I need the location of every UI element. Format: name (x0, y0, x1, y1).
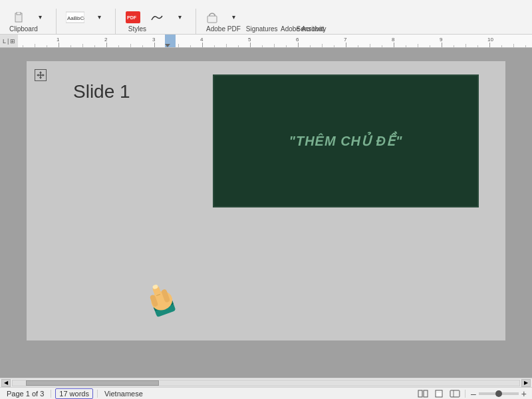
clipboard-group: ▾ (5, 0, 53, 34)
ruler-icon-indent: | (7, 38, 9, 45)
slide-embed-text: "THÊM CHỦ ĐỀ" (289, 133, 402, 149)
scrollbar-h[interactable]: ◀ ▶ (0, 378, 532, 387)
language-label: Vietnamese (102, 390, 146, 398)
zoom-slider-thumb[interactable] (495, 390, 502, 397)
page-info: Page 1 of 3 (4, 390, 47, 398)
ruler-icon-left: L (3, 38, 6, 45)
zoom-slider[interactable] (479, 392, 519, 395)
zoom-bar: – + (469, 388, 528, 399)
sensitivity-dropdown[interactable]: ▾ (224, 5, 243, 29)
ruler-icon-grid: ⊞ (10, 38, 15, 45)
sensitivity-label: Sensitivity (297, 25, 327, 33)
svg-text:PDF: PDF (127, 15, 137, 20)
svg-rect-14 (153, 299, 174, 311)
scrollbar-thumb-h[interactable] (26, 380, 159, 386)
sensitivity-group: ▾ (199, 0, 247, 34)
adobe-pdf-group: PDF ▾ (118, 0, 193, 34)
adobe-dropdown[interactable]: ▾ (170, 5, 189, 29)
svg-rect-16 (152, 285, 165, 306)
svg-line-19 (156, 295, 160, 296)
zoom-plus-btn[interactable]: + (520, 388, 528, 399)
status-bar: Page 1 of 3 17 words Vietnamese – + (0, 387, 532, 399)
ruler-canvas (0, 35, 532, 48)
svg-rect-17 (161, 289, 170, 303)
sep-1 (56, 9, 57, 34)
svg-text:AaBbCc: AaBbCc (67, 15, 84, 21)
ruler-icons: L | ⊞ (0, 35, 18, 47)
status-right-icons: – + (417, 388, 528, 399)
signatures-btn[interactable] (146, 5, 168, 29)
scroll-left-btn[interactable]: ◀ (1, 379, 11, 387)
sep-2 (115, 9, 116, 34)
styles-btn[interactable]: AaBbCc (63, 5, 87, 29)
word-count[interactable]: 17 words (55, 388, 93, 399)
print-layout-icon[interactable] (433, 388, 445, 399)
svg-point-20 (152, 284, 159, 289)
adobe-acrobat-label: Adobe Acrobat (281, 25, 325, 33)
status-sep-zoom (465, 390, 466, 398)
svg-marker-10 (39, 77, 42, 79)
svg-rect-25 (450, 390, 460, 397)
svg-point-15 (148, 289, 175, 313)
toolbar: ▾ AaBbCc ▾ PDF ▾ ▾ Clipboard Styles Adob… (0, 0, 532, 35)
zoom-minus-btn[interactable]: – (469, 388, 477, 399)
web-layout-icon[interactable] (449, 388, 461, 399)
scroll-right-btn[interactable]: ▶ (521, 379, 531, 387)
ruler: L | ⊞ (0, 35, 532, 48)
svg-marker-11 (37, 74, 39, 76)
svg-marker-12 (43, 74, 45, 76)
signatures-label: Signatures (246, 25, 278, 33)
styles-group: AaBbCc ▾ (59, 0, 112, 34)
styles-dropdown[interactable]: ▾ (90, 5, 108, 29)
document-page: Slide 1 "THÊM CHỦ ĐỀ" (27, 61, 505, 340)
svg-rect-18 (150, 294, 159, 307)
main-area: Slide 1 "THÊM CHỦ ĐỀ" (0, 48, 532, 378)
slide-embed: "THÊM CHỦ ĐỀ" (213, 74, 479, 207)
clipboard-btn-1[interactable] (9, 5, 28, 29)
ruler-marker-arrow (165, 44, 170, 47)
svg-rect-13 (153, 299, 176, 317)
hand-pointer-icon (133, 267, 186, 321)
svg-rect-23 (436, 390, 442, 397)
status-sep-1 (51, 390, 51, 398)
status-sep-2 (97, 390, 98, 398)
sep-3 (196, 9, 196, 34)
adobe-pdf-btn[interactable]: PDF (122, 5, 144, 29)
clipboard-dropdown[interactable]: ▾ (31, 5, 49, 29)
sensitivity-btn[interactable] (203, 5, 221, 29)
read-mode-icon[interactable] (417, 388, 429, 399)
move-handle[interactable] (35, 69, 47, 81)
scrollbar-track-h[interactable] (12, 380, 520, 386)
svg-marker-9 (39, 71, 42, 73)
svg-rect-1 (17, 12, 21, 15)
svg-rect-22 (424, 390, 428, 397)
svg-rect-21 (418, 390, 422, 397)
svg-rect-6 (207, 16, 217, 23)
